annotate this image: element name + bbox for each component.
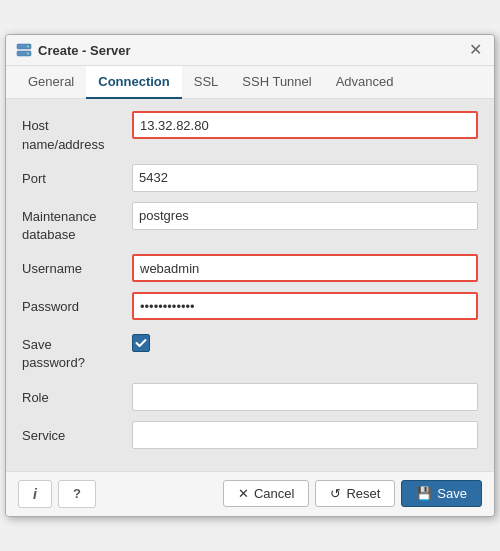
tab-ssl[interactable]: SSL bbox=[182, 66, 231, 99]
port-control bbox=[132, 164, 478, 192]
tab-ssh-tunnel[interactable]: SSH Tunnel bbox=[230, 66, 323, 99]
footer-right: ✕ Cancel ↺ Reset 💾 Save bbox=[223, 480, 482, 507]
save-label: Save bbox=[437, 486, 467, 501]
tab-bar: General Connection SSL SSH Tunnel Advanc… bbox=[6, 66, 494, 99]
cancel-icon: ✕ bbox=[238, 486, 249, 501]
maintenance-db-control bbox=[132, 202, 478, 230]
port-label: Port bbox=[22, 164, 132, 188]
dialog-footer: i ? ✕ Cancel ↺ Reset 💾 Save bbox=[6, 471, 494, 516]
footer-left: i ? bbox=[18, 480, 96, 508]
password-input[interactable] bbox=[132, 292, 478, 320]
reset-icon: ↺ bbox=[330, 486, 341, 501]
service-row: Service bbox=[22, 421, 478, 449]
maintenance-db-row: Maintenancedatabase bbox=[22, 202, 478, 244]
host-label: Hostname/address bbox=[22, 111, 132, 153]
help-button[interactable]: ? bbox=[58, 480, 96, 508]
server-icon bbox=[16, 42, 32, 58]
maintenance-db-label: Maintenancedatabase bbox=[22, 202, 132, 244]
save-password-checkbox[interactable] bbox=[132, 334, 150, 352]
username-label: Username bbox=[22, 254, 132, 278]
username-row: Username bbox=[22, 254, 478, 282]
cancel-button[interactable]: ✕ Cancel bbox=[223, 480, 309, 507]
tab-advanced[interactable]: Advanced bbox=[324, 66, 406, 99]
info-button[interactable]: i bbox=[18, 480, 52, 508]
host-row: Hostname/address bbox=[22, 111, 478, 153]
create-server-dialog: Create - Server ✕ General Connection SSL… bbox=[5, 34, 495, 516]
service-input[interactable] bbox=[132, 421, 478, 449]
tab-general[interactable]: General bbox=[16, 66, 86, 99]
save-password-row: Savepassword? bbox=[22, 330, 478, 372]
password-label: Password bbox=[22, 292, 132, 316]
close-button[interactable]: ✕ bbox=[467, 42, 484, 58]
tab-connection[interactable]: Connection bbox=[86, 66, 182, 99]
reset-label: Reset bbox=[346, 486, 380, 501]
port-input[interactable] bbox=[132, 164, 478, 192]
checkmark-icon bbox=[135, 337, 147, 349]
save-button[interactable]: 💾 Save bbox=[401, 480, 482, 507]
save-icon: 💾 bbox=[416, 486, 432, 501]
title-bar-left: Create - Server bbox=[16, 42, 131, 58]
host-control bbox=[132, 111, 478, 139]
password-control bbox=[132, 292, 478, 320]
password-row: Password bbox=[22, 292, 478, 320]
form-body: Hostname/address Port Maintenancedatabas… bbox=[6, 99, 494, 470]
reset-button[interactable]: ↺ Reset bbox=[315, 480, 395, 507]
role-label: Role bbox=[22, 383, 132, 407]
save-password-control bbox=[132, 330, 478, 352]
host-input[interactable] bbox=[132, 111, 478, 139]
cancel-label: Cancel bbox=[254, 486, 294, 501]
title-bar: Create - Server ✕ bbox=[6, 35, 494, 66]
maintenance-db-input[interactable] bbox=[132, 202, 478, 230]
port-row: Port bbox=[22, 164, 478, 192]
username-input[interactable] bbox=[132, 254, 478, 282]
svg-point-2 bbox=[27, 46, 29, 48]
svg-point-3 bbox=[27, 53, 29, 55]
role-control bbox=[132, 383, 478, 411]
role-row: Role bbox=[22, 383, 478, 411]
save-password-label: Savepassword? bbox=[22, 330, 132, 372]
username-control bbox=[132, 254, 478, 282]
role-input[interactable] bbox=[132, 383, 478, 411]
service-control bbox=[132, 421, 478, 449]
service-label: Service bbox=[22, 421, 132, 445]
dialog-title: Create - Server bbox=[38, 43, 131, 58]
